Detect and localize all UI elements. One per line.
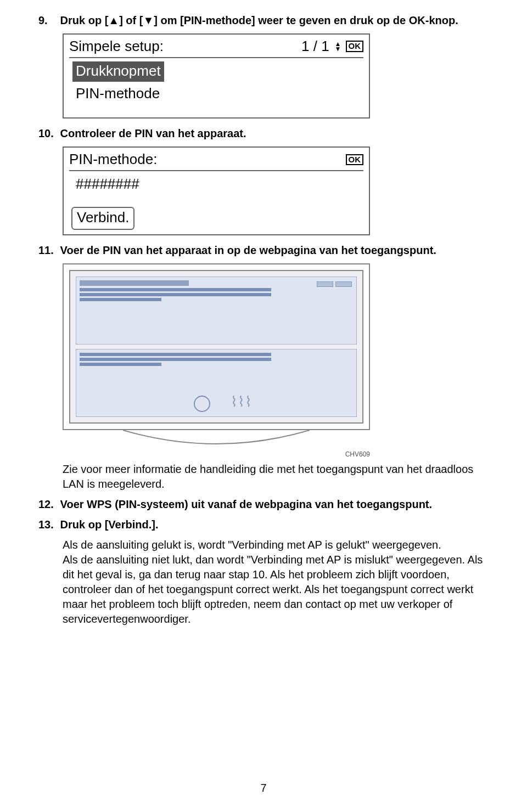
page-number: 7 — [0, 781, 527, 796]
config-panel-2: ⌇⌇⌇ — [76, 349, 357, 417]
step-12-num: 12. — [38, 497, 57, 512]
step-12: 12. Voer WPS (PIN-systeem) uit vanaf de … — [38, 497, 489, 512]
step-13-text: Druk op [Verbind.]. — [60, 517, 483, 532]
lcd2-title: PIN-methode: — [69, 150, 346, 169]
refresh-icon — [194, 396, 210, 412]
lcd2-pin-placeholder: ######## — [76, 174, 363, 194]
figure-code: CHV609 — [38, 450, 370, 459]
step-10-num: 10. — [38, 126, 57, 141]
step-9: 9. Druk op [▲] of [▼] om [PIN-methode] w… — [38, 13, 489, 28]
up-triangle-icon: ▲ — [108, 14, 119, 26]
ok-box: OK — [346, 41, 364, 52]
step-11-text: Voer de PIN van het apparaat in op de we… — [60, 243, 483, 258]
wifi-icon: ⌇⌇⌇ — [231, 392, 252, 411]
lcd2-header: PIN-methode: OK — [69, 150, 363, 171]
verbind-button: Verbind. — [71, 207, 134, 229]
step-11: 11. Voer de PIN van het apparaat in op d… — [38, 243, 489, 258]
config-panel-1 — [76, 277, 357, 345]
down-triangle-icon: ▼ — [143, 14, 154, 26]
step-11-note: Zie voor meer informatie de handleiding … — [63, 462, 489, 492]
lcd-simpele-setup: Simpele setup: 1 / 1 ▲ ▼ OK Drukknopmet … — [63, 33, 370, 119]
step-13: 13. Druk op [Verbind.]. — [38, 517, 489, 532]
step-13-para: Als de aansluiting gelukt is, wordt "Ver… — [63, 538, 489, 627]
step-10: 10. Controleer de PIN van het apparaat. — [38, 126, 489, 141]
step-10-text: Controleer de PIN van het apparaat. — [60, 126, 483, 141]
step-13-num: 13. — [38, 517, 57, 532]
monitor-illustration: ⌇⌇⌇ — [63, 263, 370, 446]
lcd1-item-2: PIN-methode — [76, 83, 363, 103]
step-9-num: 9. — [38, 13, 57, 28]
lcd2-button-row: Verbind. — [69, 207, 363, 230]
step-11-num: 11. — [38, 243, 57, 258]
step-9-text: Druk op [▲] of [▼] om [PIN-methode] weer… — [60, 13, 483, 28]
ok-box: OK — [346, 154, 364, 166]
lcd1-page: 1 / 1 — [301, 37, 329, 56]
lcd1-title: Simpele setup: — [69, 37, 301, 56]
lcd1-item-selected: Drukknopmet — [69, 61, 363, 83]
updown-arrows-icon: ▲ ▼ — [335, 42, 341, 52]
lcd1-header: Simpele setup: 1 / 1 ▲ ▼ OK — [69, 37, 363, 58]
step-12-text: Voer WPS (PIN-systeem) uit vanaf de webp… — [60, 497, 483, 512]
lcd-pin-methode: PIN-methode: OK ######## Verbind. — [63, 146, 370, 235]
